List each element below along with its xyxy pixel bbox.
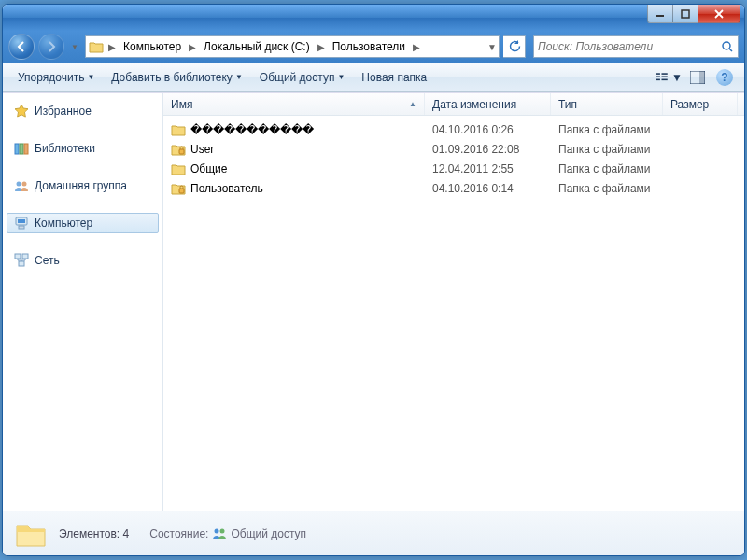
svg-rect-17 [18, 219, 25, 223]
sidebar-item-label: Сеть [35, 254, 60, 267]
svg-rect-5 [656, 78, 660, 80]
breadcrumb[interactable]: Пользователи [327, 36, 411, 57]
file-list: Имя▲ Дата изменения Тип Размер ���������… [163, 93, 744, 511]
share-button[interactable]: Общий доступ▼ [252, 67, 353, 88]
computer-icon [14, 216, 29, 231]
search-icon [721, 40, 734, 53]
column-headers: Имя▲ Дата изменения Тип Размер [163, 93, 744, 116]
svg-rect-3 [656, 73, 660, 75]
folder-icon [14, 517, 48, 551]
organize-button[interactable]: Упорядочить▼ [10, 67, 102, 88]
svg-rect-0 [656, 15, 664, 17]
sidebar-item-computer[interactable]: Компьютер [7, 213, 159, 233]
address-bar[interactable]: ▶ Компьютер ▶ Локальный диск (C:) ▶ Поль… [85, 35, 500, 58]
breadcrumb[interactable]: Компьютер [118, 36, 187, 57]
svg-rect-6 [661, 73, 667, 75]
item-type: Папка с файлами [551, 182, 663, 195]
minimize-button[interactable] [647, 5, 673, 23]
svg-point-14 [17, 182, 21, 187]
explorer-window: ▼ ▶ Компьютер ▶ Локальный диск (C:) ▶ По… [2, 4, 745, 556]
svg-point-15 [22, 182, 27, 187]
preview-pane-button[interactable] [684, 66, 711, 89]
item-type: Папка с файлами [551, 162, 663, 175]
item-date: 12.04.2011 2:55 [425, 162, 551, 175]
sidebar: Избранное Библиотеки Домашняя группа Ком… [3, 93, 163, 511]
item-name: ����������� [190, 123, 314, 136]
chevron-right-icon[interactable]: ▶ [411, 42, 422, 52]
maximize-button[interactable] [672, 5, 698, 23]
rows-container: �����������04.10.2016 0:26Папка с файлам… [163, 116, 744, 511]
table-row[interactable]: �����������04.10.2016 0:26Папка с файлам… [163, 119, 744, 139]
folder-icon [86, 40, 106, 53]
svg-rect-1 [682, 10, 689, 18]
people-icon [212, 527, 227, 540]
body: Избранное Библиотеки Домашняя группа Ком… [3, 92, 744, 511]
svg-point-2 [723, 42, 730, 49]
item-name: Пользователь [190, 182, 263, 195]
nav-row: ▼ ▶ Компьютер ▶ Локальный диск (C:) ▶ По… [3, 31, 744, 63]
sidebar-item-label: Компьютер [35, 217, 92, 230]
back-button[interactable] [8, 34, 35, 60]
item-name: Общие [190, 162, 227, 175]
svg-rect-12 [20, 144, 23, 154]
svg-rect-19 [15, 254, 21, 259]
search-input[interactable] [538, 40, 721, 53]
svg-point-25 [220, 528, 225, 533]
svg-rect-11 [15, 144, 19, 154]
homegroup-icon [14, 178, 29, 193]
item-name: User [190, 143, 214, 156]
folder-icon [171, 162, 186, 175]
new-folder-button[interactable]: Новая папка [354, 67, 434, 88]
status-state: Состояние: Общий доступ [149, 527, 306, 540]
sidebar-item-favorites[interactable]: Избранное [3, 101, 162, 121]
table-row[interactable]: User01.09.2016 22:08Папка с файлами [163, 139, 744, 159]
sidebar-item-label: Избранное [35, 105, 92, 118]
toolbar: Упорядочить▼ Добавить в библиотеку▼ Общи… [3, 63, 744, 92]
svg-rect-7 [661, 76, 667, 77]
folder-icon [171, 123, 186, 136]
libraries-icon [14, 141, 29, 156]
table-row[interactable]: Пользователь04.10.2016 0:14Папка с файла… [163, 178, 744, 198]
forward-button[interactable] [38, 34, 64, 60]
sidebar-item-network[interactable]: Сеть [3, 250, 162, 271]
network-icon [14, 253, 29, 268]
add-to-library-button[interactable]: Добавить в библиотеку▼ [104, 67, 249, 88]
folder-icon [171, 143, 186, 156]
close-button[interactable] [698, 5, 740, 23]
folder-icon [171, 182, 186, 195]
status-count: Элементов: 4 [59, 527, 129, 540]
svg-rect-18 [19, 226, 24, 229]
history-dropdown[interactable]: ▼ [68, 43, 81, 51]
view-options-button[interactable]: ▼ [656, 66, 683, 89]
sidebar-item-homegroup[interactable]: Домашняя группа [3, 175, 162, 196]
item-type: Папка с файлами [551, 123, 663, 136]
svg-rect-21 [19, 261, 24, 266]
titlebar[interactable] [3, 5, 744, 31]
search-field[interactable] [533, 35, 739, 58]
star-icon [14, 104, 29, 119]
svg-rect-10 [699, 71, 705, 84]
table-row[interactable]: Общие12.04.2011 2:55Папка с файлами [163, 159, 744, 178]
sort-asc-icon: ▲ [409, 100, 416, 108]
breadcrumb[interactable]: Локальный диск (C:) [198, 36, 316, 57]
chevron-right-icon[interactable]: ▶ [316, 42, 327, 52]
column-type[interactable]: Тип [551, 93, 663, 115]
column-name[interactable]: Имя▲ [163, 93, 425, 115]
item-date: 01.09.2016 22:08 [425, 143, 551, 156]
help-button[interactable]: ? [716, 69, 733, 86]
item-type: Папка с файлами [551, 143, 663, 156]
svg-rect-23 [179, 189, 184, 193]
svg-rect-8 [661, 78, 667, 80]
item-date: 04.10.2016 0:26 [425, 123, 551, 136]
svg-rect-4 [656, 76, 660, 77]
refresh-button[interactable] [503, 35, 526, 58]
column-size[interactable]: Размер [663, 93, 738, 115]
column-date[interactable]: Дата изменения [425, 93, 551, 115]
sidebar-item-label: Домашняя группа [35, 179, 127, 192]
chevron-right-icon[interactable]: ▶ [187, 42, 198, 52]
window-controls [648, 5, 740, 23]
sidebar-item-libraries[interactable]: Библиотеки [3, 138, 162, 159]
item-date: 04.10.2016 0:14 [425, 182, 551, 195]
chevron-right-icon[interactable]: ▶ [106, 42, 118, 52]
chevron-down-icon[interactable]: ▼ [486, 42, 499, 52]
